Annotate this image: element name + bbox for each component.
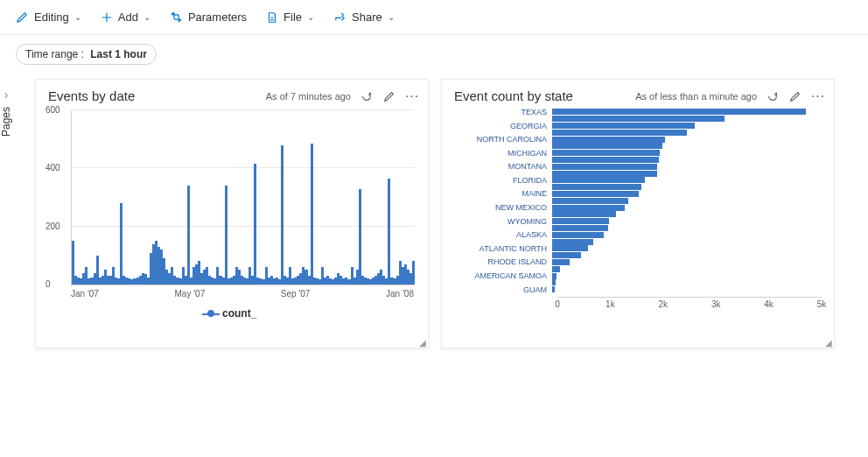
editing-label: Editing: [34, 11, 69, 24]
hbar-label: MICHIGAN: [447, 149, 552, 158]
add-label: Add: [118, 11, 138, 24]
hbar-fill: [552, 137, 665, 143]
card-header: Events by date As of 7 minutes ago ···: [36, 80, 428, 109]
hbar-row[interactable]: RHODE ISLAND: [447, 259, 822, 266]
editing-button[interactable]: Editing ⌄: [16, 11, 81, 24]
chevron-down-icon: ⌄: [307, 12, 314, 22]
events-by-date-chart[interactable]: 600 400 200 0: [71, 110, 414, 285]
toolbar: Editing ⌄ Add ⌄ Parameters File ⌄ Share …: [0, 0, 868, 35]
hbar-fill: [552, 279, 556, 285]
resize-grip-icon[interactable]: ◢: [419, 338, 426, 348]
bar[interactable]: [120, 203, 122, 285]
ytick: 0: [46, 279, 51, 289]
plus-icon: [101, 11, 113, 24]
file-button[interactable]: File ⌄: [266, 11, 314, 24]
time-range-pill[interactable]: Time range : Last 1 hour: [16, 44, 157, 65]
hbar-row[interactable]: MAINE: [447, 191, 822, 198]
cards-area: Events by date As of 7 minutes ago ··· 6…: [35, 79, 849, 348]
hbar-fill: [552, 123, 695, 129]
add-button[interactable]: Add ⌄: [101, 11, 150, 24]
hbar-label: FLORIDA: [447, 176, 552, 185]
bar[interactable]: [359, 189, 361, 285]
hbar-fill: [552, 266, 560, 272]
hbar-row[interactable]: TEXAS: [447, 109, 822, 116]
hbar-label: WYOMING: [447, 217, 552, 226]
hbar-label: NEW MEXICO: [447, 203, 552, 212]
hbar-fill: [552, 232, 604, 238]
hbar-fill: [552, 116, 724, 122]
chevron-down-icon: ⌄: [74, 12, 81, 22]
xaxis: 01k2k3k4k5k: [557, 297, 822, 311]
parameters-button[interactable]: Parameters: [170, 11, 247, 24]
xtick: 4k: [764, 299, 774, 309]
hbar-fill: [552, 218, 609, 224]
hbar-fill: [552, 198, 628, 204]
bar[interactable]: [225, 186, 228, 285]
hbar-row[interactable]: WYOMING: [447, 218, 822, 225]
hbar-label: GEORGIA: [447, 122, 552, 130]
hbar-fill: [552, 177, 645, 183]
resize-grip-icon[interactable]: ◢: [825, 338, 832, 348]
xtick: 3k: [711, 299, 721, 309]
hbar-row[interactable]: NEW MEXICO: [447, 204, 822, 211]
hbar-label: MONTANA: [447, 162, 552, 171]
pages-tab: › Pages: [0, 88, 12, 137]
card-events-by-date: Events by date As of 7 minutes ago ··· 6…: [35, 79, 429, 348]
time-range-row: Time range : Last 1 hour: [0, 35, 868, 72]
hbar-fill: [552, 150, 660, 156]
card-event-count-by-state: Event count by state As of less than a m…: [441, 79, 835, 348]
hbar-fill: [552, 191, 639, 197]
hbar-row[interactable]: MICHIGAN: [447, 150, 822, 157]
hbar-fill: [552, 259, 570, 265]
hbar-fill: [552, 171, 657, 177]
legend-marker-icon: [207, 310, 214, 317]
hbar-row[interactable]: GUAM: [447, 286, 822, 293]
hbar-label: AMERICAN SAMOA: [447, 271, 552, 280]
card-title: Events by date: [48, 88, 135, 103]
bar[interactable]: [388, 179, 390, 285]
hbar-fill: [552, 205, 625, 211]
hbar-row[interactable]: MONTANA: [447, 163, 822, 170]
event-count-by-state-chart[interactable]: TEXASGEORGIANORTH CAROLINAMICHIGANMONTAN…: [442, 109, 834, 293]
hbar-row[interactable]: NORTH CAROLINA: [447, 136, 822, 143]
legend-series-label: count_: [222, 307, 256, 320]
chart-legend: count_: [36, 307, 428, 320]
pages-expand-icon[interactable]: ›: [4, 88, 9, 103]
edit-tile-icon[interactable]: [382, 89, 396, 103]
hbar-label: ATLANTIC NORTH: [447, 244, 552, 253]
bar[interactable]: [187, 186, 190, 285]
hbar-row[interactable]: ATLANTIC NORTH: [447, 245, 822, 252]
hbar-row[interactable]: GEORGIA: [447, 123, 822, 130]
pages-label[interactable]: Pages: [0, 107, 12, 137]
hbar-fill: [552, 130, 687, 136]
more-icon[interactable]: ···: [405, 89, 419, 103]
card-title: Event count by state: [454, 88, 573, 103]
edit-tile-icon[interactable]: [788, 89, 802, 103]
file-label: File: [284, 11, 302, 24]
time-range-label: Time range: [25, 48, 78, 60]
xtick: 0: [555, 299, 560, 309]
hbar-fill: [552, 252, 581, 258]
hbar-label: MAINE: [447, 189, 552, 198]
share-button[interactable]: Share ⌄: [333, 11, 395, 24]
bar[interactable]: [311, 144, 313, 285]
ytick: 200: [46, 221, 60, 231]
parameters-label: Parameters: [188, 11, 247, 24]
bar[interactable]: [412, 261, 415, 285]
hbar-row[interactable]: AMERICAN SAMOA: [447, 272, 822, 279]
parameters-icon: [170, 11, 183, 24]
refresh-icon[interactable]: [766, 89, 780, 103]
hbar-fill: [552, 157, 659, 163]
hbar-row[interactable]: ALASKA: [447, 231, 822, 238]
hbar-fill: [552, 225, 608, 231]
more-icon[interactable]: ···: [811, 89, 825, 103]
hbar-fill: [552, 184, 641, 190]
bar[interactable]: [281, 145, 284, 285]
hbar-fill: [552, 286, 555, 292]
hbar-fill: [552, 245, 588, 251]
refresh-icon[interactable]: [360, 89, 374, 103]
ytick: 400: [46, 163, 60, 172]
bar[interactable]: [254, 164, 256, 285]
hbar-row[interactable]: FLORIDA: [447, 177, 822, 184]
hbar-fill: [552, 143, 662, 149]
